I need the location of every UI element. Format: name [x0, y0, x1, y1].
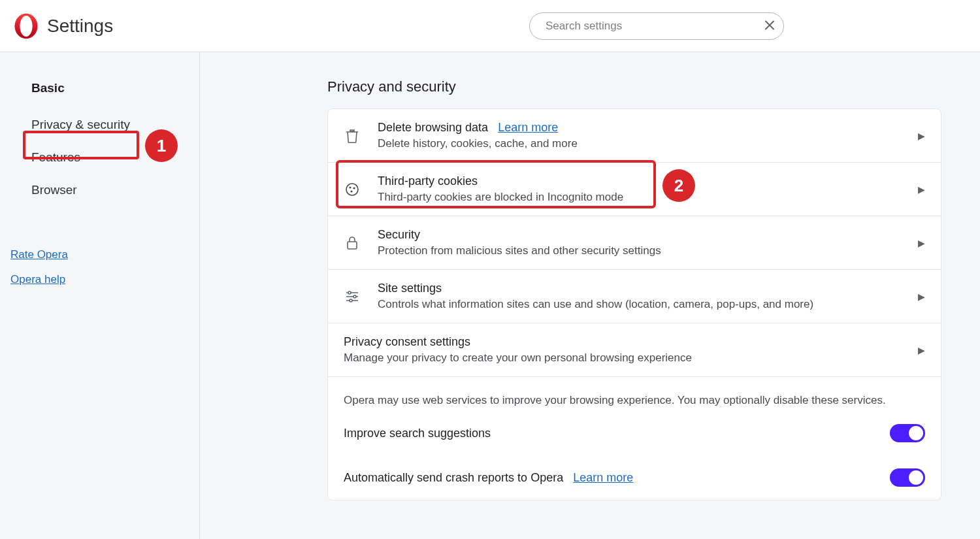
row-crash-reports: Automatically send crash reports to Oper… [328, 455, 941, 500]
chevron-right-icon: ▶ [918, 238, 925, 248]
main-content: Privacy and security Delete browsing dat… [200, 52, 980, 539]
header: Settings [0, 0, 980, 52]
svg-point-3 [349, 186, 351, 188]
learn-more-link[interactable]: Learn more [498, 121, 558, 134]
cookie-icon [344, 181, 361, 198]
row-title: Third-party cookies [378, 174, 918, 188]
opera-logo-icon [13, 13, 39, 39]
info-text: Opera may use web services to improve yo… [328, 377, 941, 411]
row-subtitle: Delete history, cookies, cache, and more [378, 137, 918, 150]
row-improve-search-suggestions: Improve search suggestions [328, 411, 941, 455]
chevron-right-icon: ▶ [918, 184, 925, 195]
svg-point-7 [348, 291, 351, 294]
row-subtitle: Manage your privacy to create your own p… [344, 351, 918, 365]
search-wrap [529, 12, 784, 40]
sidebar-item-label: Features [31, 150, 80, 164]
row-delete-browsing-data[interactable]: Delete browsing data Learn more Delete h… [328, 109, 941, 163]
sidebar: Basic Privacy & security Features Browse… [0, 52, 200, 539]
sidebar-heading-basic: Basic [0, 71, 199, 108]
row-title: Privacy consent settings [344, 335, 918, 349]
sidebar-item-privacy-security[interactable]: Privacy & security [0, 108, 199, 141]
learn-more-link[interactable]: Learn more [573, 471, 633, 484]
svg-point-4 [353, 187, 355, 189]
svg-point-5 [350, 190, 352, 192]
row-privacy-consent[interactable]: Privacy consent settings Manage your pri… [328, 323, 941, 377]
link-opera-help[interactable]: Opera help [10, 273, 199, 286]
row-subtitle: Third-party cookies are blocked in Incog… [378, 191, 918, 204]
toggle-crash-reports[interactable] [890, 468, 925, 487]
chevron-right-icon: ▶ [918, 345, 925, 355]
settings-card: Delete browsing data Learn more Delete h… [327, 108, 941, 500]
section-title-privacy: Privacy and security [327, 78, 941, 95]
trash-icon [344, 127, 361, 144]
chevron-right-icon: ▶ [918, 291, 925, 302]
row-title: Delete browsing data [378, 121, 488, 134]
close-icon[interactable] [764, 18, 775, 33]
chevron-right-icon: ▶ [918, 131, 925, 141]
svg-point-2 [346, 184, 358, 195]
link-rate-opera[interactable]: Rate Opera [10, 248, 199, 261]
svg-point-9 [350, 299, 352, 302]
page-title: Settings [47, 16, 113, 37]
row-subtitle: Protection from malicious sites and othe… [378, 244, 918, 257]
toggle-improve-search[interactable] [890, 424, 925, 442]
svg-point-8 [353, 295, 356, 298]
row-site-settings[interactable]: Site settings Controls what information … [328, 270, 941, 323]
lock-icon [344, 235, 361, 252]
sidebar-item-label: Privacy & security [31, 118, 130, 131]
row-subtitle: Controls what information sites can use … [378, 298, 918, 311]
svg-rect-6 [348, 242, 357, 249]
row-third-party-cookies[interactable]: Third-party cookies Third-party cookies … [328, 163, 941, 216]
sidebar-item-label: Browser [31, 183, 77, 197]
search-input[interactable] [529, 12, 784, 40]
svg-point-1 [20, 16, 32, 37]
toggle-label: Automatically send crash reports to Oper… [344, 471, 563, 484]
sidebar-item-features[interactable]: Features [0, 141, 199, 174]
row-title: Security [378, 228, 918, 242]
sidebar-item-browser[interactable]: Browser [0, 174, 199, 206]
toggle-label: Improve search suggestions [344, 427, 890, 440]
row-security[interactable]: Security Protection from malicious sites… [328, 216, 941, 270]
row-title: Site settings [378, 282, 918, 295]
sliders-icon [344, 288, 361, 305]
